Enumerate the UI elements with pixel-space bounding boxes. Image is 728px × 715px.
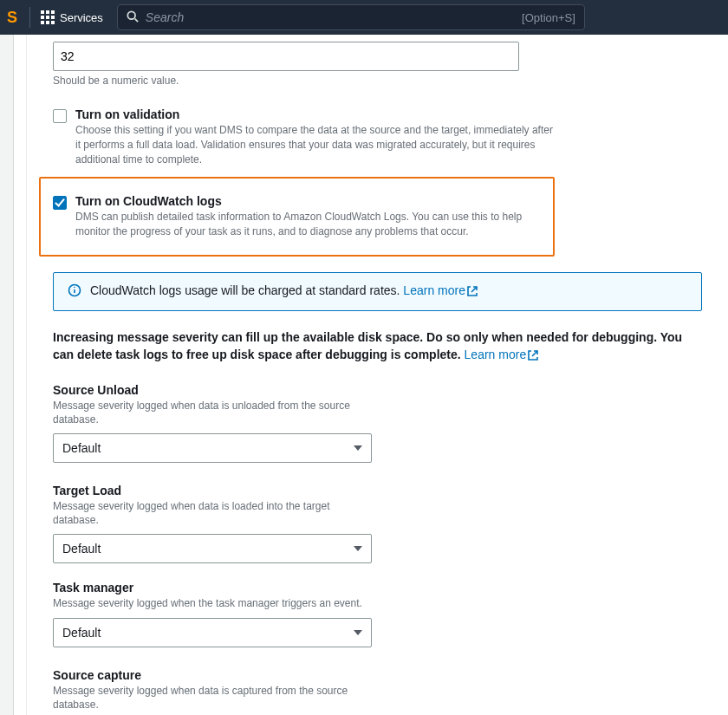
- svg-rect-5: [51, 16, 55, 19]
- severity-link-label: Learn more: [465, 348, 527, 361]
- severity-text: Increasing message severity can fill up …: [53, 330, 682, 361]
- severity-learn-more-link[interactable]: Learn more: [465, 348, 539, 361]
- target-load-desc: Message severity logged when data is loa…: [53, 499, 372, 527]
- content: Should be a numeric value. Turn on valid…: [14, 35, 728, 715]
- validation-row: Turn on validation Choose this setting i…: [53, 107, 702, 166]
- target-load-field: Target Load Message severity logged when…: [53, 484, 372, 563]
- svg-line-10: [134, 18, 138, 22]
- svg-rect-6: [41, 21, 44, 24]
- source-unload-label: Source Unload: [53, 383, 372, 397]
- source-unload-desc: Message severity logged when data is unl…: [53, 399, 372, 426]
- page-body: Should be a numeric value. Turn on valid…: [0, 35, 728, 715]
- target-load-value: Default: [62, 542, 101, 556]
- target-load-select[interactable]: Default: [53, 534, 372, 563]
- search-shortcut: [Option+S]: [522, 11, 575, 24]
- svg-point-13: [74, 287, 75, 289]
- source-unload-select[interactable]: Default: [53, 433, 372, 463]
- source-unload-value: Default: [62, 441, 101, 455]
- svg-rect-8: [51, 21, 55, 24]
- svg-rect-3: [41, 16, 44, 19]
- svg-rect-0: [41, 10, 44, 14]
- svg-rect-7: [46, 21, 49, 24]
- info-link-label: Learn more: [403, 283, 465, 297]
- numeric-input[interactable]: [53, 42, 519, 71]
- search-icon: [127, 10, 139, 25]
- chevron-down-icon: [354, 441, 362, 455]
- settings-panel: Should be a numeric value. Turn on valid…: [26, 35, 728, 715]
- cloudwatch-row: Turn on CloudWatch logs DMS can publish …: [39, 177, 555, 257]
- selects-grid: Source Unload Message severity logged wh…: [53, 383, 702, 564]
- cloudwatch-label: Turn on CloudWatch logs: [75, 194, 526, 208]
- validation-label: Turn on validation: [75, 107, 561, 121]
- selects-grid-2: Task manager Message severity logged whe…: [53, 581, 702, 715]
- info-learn-more-link[interactable]: Learn more: [403, 283, 478, 297]
- info-text: CloudWatch logs usage will be charged at…: [90, 283, 478, 299]
- validation-desc: Choose this setting if you want DMS to c…: [75, 123, 561, 166]
- source-capture-desc: Message severity logged when data is cap…: [53, 684, 372, 712]
- search-box[interactable]: [Option+S]: [117, 4, 585, 30]
- info-banner: CloudWatch logs usage will be charged at…: [53, 272, 702, 311]
- services-menu[interactable]: Services: [41, 10, 103, 24]
- source-capture-field: Source capture Message severity logged w…: [53, 668, 372, 715]
- source-capture-label: Source capture: [53, 668, 372, 682]
- info-icon: [68, 283, 81, 300]
- external-link-icon: [528, 348, 538, 365]
- task-manager-desc: Message severity logged when the task ma…: [53, 596, 372, 610]
- search-container: [Option+S]: [117, 4, 585, 30]
- task-manager-label: Task manager: [53, 581, 372, 595]
- task-manager-value: Default: [62, 626, 101, 640]
- severity-paragraph: Increasing message severity can fill up …: [53, 328, 702, 366]
- task-manager-select[interactable]: Default: [53, 618, 372, 647]
- cloudwatch-checkbox[interactable]: [53, 196, 67, 210]
- svg-rect-4: [46, 16, 49, 19]
- validation-checkbox[interactable]: [53, 109, 67, 123]
- cloudwatch-desc: DMS can publish detailed task informatio…: [75, 210, 526, 239]
- info-text-body: CloudWatch logs usage will be charged at…: [90, 283, 403, 297]
- services-grid-icon: [41, 10, 55, 24]
- aws-logo[interactable]: S: [7, 9, 19, 27]
- services-label: Services: [60, 11, 103, 24]
- numeric-hint: Should be a numeric value.: [53, 75, 702, 87]
- search-input[interactable]: [146, 10, 515, 24]
- source-unload-field: Source Unload Message severity logged wh…: [53, 383, 372, 463]
- target-load-label: Target Load: [53, 484, 372, 497]
- svg-rect-1: [46, 10, 49, 14]
- external-link-icon: [467, 285, 478, 299]
- task-manager-field: Task manager Message severity logged whe…: [53, 581, 372, 647]
- left-rail[interactable]: [0, 35, 14, 715]
- svg-point-9: [127, 11, 135, 19]
- nav-divider: [29, 7, 30, 28]
- svg-rect-2: [51, 10, 55, 14]
- chevron-down-icon: [354, 626, 362, 640]
- top-nav: S Services [Option+S]: [0, 0, 728, 35]
- chevron-down-icon: [354, 542, 362, 556]
